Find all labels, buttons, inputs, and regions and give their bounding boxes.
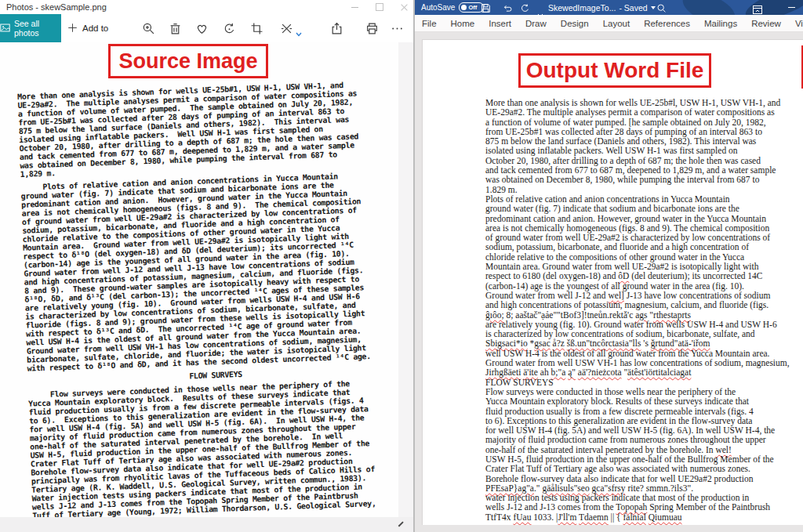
minimize-icon[interactable] [351, 7, 358, 8]
doc-line[interactable]: area is not chemically homogeneous (figs… [485, 223, 801, 233]
doc-line[interactable]: and tack cemented from 677 to 687 m, dee… [485, 165, 801, 175]
misspelled-word: fUau [513, 512, 531, 522]
doc-line[interactable]: More than one analysis is shown for well… [485, 98, 801, 107]
tab-review[interactable]: Review [744, 15, 788, 31]
doc-line[interactable]: of ground water from well UE-29a#2 is ch… [485, 233, 801, 242]
autosave-state: Off [468, 4, 477, 11]
ribbon-display-icon[interactable] [753, 3, 762, 15]
resize-grip-icon[interactable] [398, 521, 404, 527]
tab-references[interactable]: References [637, 15, 697, 31]
tab-insert[interactable]: Insert [481, 15, 518, 31]
doc-line[interactable]: TtfT4x fUau 1033. |J'll'm Tdaemn || { fa… [485, 512, 801, 522]
more-icon[interactable] [390, 21, 404, 35]
misspelled-word: falnial [623, 512, 645, 522]
autosave-toggle[interactable]: AutoSave Off [421, 0, 484, 15]
doc-line[interactable]: PFEsaP}ag"a." gāålisuls"seo gca"sfrsy ri… [485, 483, 801, 493]
doc-line[interactable]: Jirhgßäeti ä'ite ah b;"a ą" aä'?nieżcota… [485, 367, 801, 377]
delete-icon[interactable] [168, 21, 182, 35]
save-icon[interactable] [481, 2, 491, 13]
maximize-icon[interactable] [376, 3, 383, 11]
doc-line[interactable]: from UE-25b#1 was collected after 28 day… [485, 127, 801, 136]
zoom-in-icon[interactable] [141, 21, 155, 35]
chevron-down-icon[interactable] [537, 6, 543, 15]
doc-text-segment: predominant cation and anion. However, g… [485, 214, 766, 223]
doc-line[interactable]: Borehole flow-survey data also indicate … [485, 474, 801, 483]
document-area: Output Word File More than one analysis … [415, 32, 803, 525]
doc-line[interactable]: to 6). Exceptions to this generalization… [485, 416, 801, 425]
document-page[interactable]: Output Word File More than one analysis … [422, 39, 803, 526]
scrollbar-gutter[interactable] [398, 42, 413, 517]
doc-line[interactable]: USW H-5, fluid production in the upper o… [485, 454, 801, 464]
doc-line[interactable]: Flow surveys were conducted in those wel… [485, 387, 801, 396]
rotate-icon[interactable] [222, 21, 236, 35]
tab-design[interactable]: Design [554, 15, 596, 31]
doc-line[interactable]: fluid production usually is from a few d… [485, 407, 801, 416]
doc-text-segment: and high concentrations of potassium, ma… [485, 300, 768, 309]
doc-line[interactable]: well USW H-4 is the oldest of all ground… [485, 349, 801, 358]
toggle-dot-icon [461, 5, 467, 10]
misspelled-word: rthestaprts [653, 310, 691, 320]
doc-line[interactable]: Ground water from well USW VH-1 has low … [485, 358, 801, 367]
add-to-label: Add to [82, 24, 108, 33]
tab-mailings[interactable]: Mailings [697, 15, 744, 31]
favorite-icon[interactable] [194, 21, 209, 35]
doc-text-segment: (del deuterium); its uncorrected 14C [629, 271, 762, 280]
close-icon[interactable] [401, 3, 409, 11]
doc-line[interactable]: isolated using inflatable packers. Well … [485, 146, 801, 155]
doc-line[interactable]: and high concentrations of potassium, ma… [485, 300, 801, 309]
doc-line[interactable]: majority of fluid production came from n… [485, 435, 801, 444]
doc-line[interactable]: Ground water from well J-12 and wel] J-1… [485, 291, 801, 300]
doc-line[interactable]: a function of volume of water pumped. [h… [485, 118, 801, 127]
doc-line[interactable]: was obtained on December 8, 1980, while … [485, 175, 801, 184]
tab-view[interactable]: View [788, 15, 803, 31]
doc-line[interactable]: UE-29a#2. The multiple analyses permit a… [485, 107, 801, 117]
doc-line[interactable]: 875 m below the land surface (Daniels an… [485, 136, 801, 146]
misspelled-word: Jirhgßäeti [485, 367, 521, 377]
doc-line[interactable]: 1.829 m. [485, 185, 801, 194]
doc-line[interactable]: wells J-12 and J-13 comes from the Topop… [485, 502, 801, 512]
doc-line[interactable]: are relatively young (fig. 10). Ground w… [485, 320, 801, 329]
search-icon[interactable] [656, 2, 667, 13]
doc-text[interactable]: More than one analysis is shown for well… [485, 98, 801, 522]
doc-line[interactable]: for well USW H-4 (fig. 5A) and well USW … [485, 425, 801, 435]
doc-text-segment: and tack cemented from 677 to 687 m, dee… [485, 165, 776, 175]
edit-create-icon[interactable] [279, 21, 293, 35]
add-to-button[interactable]: Add to [67, 14, 108, 42]
chevron-down-icon[interactable] [296, 26, 302, 31]
tab-home[interactable]: Home [444, 15, 482, 31]
doc-line[interactable]: is characterized by low concentrations o… [485, 329, 801, 338]
doc-line[interactable]: Crater Flat Tuff of Tertiary age also wa… [485, 464, 801, 473]
doc-line[interactable]: October 20, 1980, after drilling to a de… [485, 156, 801, 165]
tab-draw[interactable]: Draw [518, 15, 554, 31]
print-icon[interactable] [365, 21, 379, 35]
misspelled-word: gāålisuls"seo [542, 483, 589, 493]
doc-line[interactable]: Plots of relative cation and anion conce… [485, 194, 801, 204]
document-title-group[interactable]: SkewedImageTo... - Saved [548, 0, 656, 15]
doc-line[interactable]: chloride relative to the compositions of… [485, 252, 801, 262]
doc-line[interactable]: predominant cation and anion. However, g… [485, 214, 801, 223]
doc-line[interactable]: Yucca Mountain exploratory block. Result… [485, 396, 801, 406]
doc-line[interactable]: FLOW SURVEYS [485, 378, 801, 387]
doc-line[interactable]: water injection tests using packers indi… [485, 493, 801, 502]
doc-line[interactable]: respect to 6180 (del oxygen-18) and ôD (… [485, 271, 801, 280]
minimize-icon[interactable] [788, 7, 795, 8]
doc-text-segment: Spring Member of the Paintbrush [647, 502, 770, 512]
doc-line[interactable]: one-half of the saturated interval penet… [485, 445, 801, 454]
misspelled-word: gsac [534, 338, 550, 348]
doc-line[interactable]: (carbon-14) age is the youngest of all g… [485, 281, 801, 291]
doc-text-segment: TtfT4x [485, 512, 513, 522]
doc-line[interactable]: Sbigsaci*io *gsac å?z šß.un"tncôrctasia"… [485, 338, 801, 348]
doc-line[interactable]: ĝıôo; 8; aaštač"ạảe""tBof3]!tneůn.rektă'… [485, 310, 801, 320]
photo-viewer-canvas[interactable]: Source Image More than one analysis is s… [0, 42, 413, 517]
tab-file[interactable]: File [415, 15, 444, 31]
see-all-photos-button[interactable]: See all photos [0, 14, 61, 42]
tab-layout[interactable]: Layout [596, 15, 638, 31]
doc-line[interactable]: ground water (fig. 7) indicate that sodi… [485, 204, 801, 213]
doc-line[interactable]: sodium, potassium, bicarbonate, and fluo… [485, 242, 801, 252]
redo-icon[interactable] [520, 2, 530, 13]
doc-line[interactable]: Mountain area. Ground water from well UE… [485, 262, 801, 271]
photos-window: Photos - skewSample.png See all photos A… [0, 0, 413, 532]
undo-icon[interactable] [503, 2, 513, 13]
crop-icon[interactable] [249, 21, 263, 35]
share-icon[interactable] [329, 21, 343, 35]
